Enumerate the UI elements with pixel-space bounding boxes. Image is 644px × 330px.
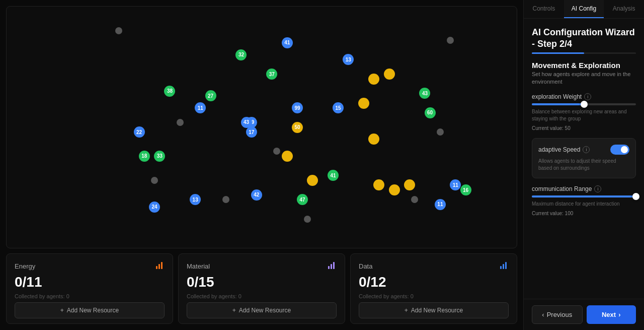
agent-dot — [273, 148, 280, 155]
tabs-bar: Controls AI Config Analysis — [524, 0, 644, 19]
plus-icon: + — [60, 307, 64, 314]
resource-card-header: Material — [187, 261, 337, 271]
agent-dot: 15 — [333, 102, 344, 113]
agent-dot: 16 — [460, 184, 471, 195]
svg-rect-1 — [158, 264, 160, 269]
section-desc: Set how agents explore and move in the e… — [532, 71, 636, 86]
communication-range-slider-track — [532, 195, 636, 197]
adaptive-speed-label: adaptive Speed i — [538, 146, 590, 153]
agent-dot: 43 — [241, 117, 252, 128]
resource-title: Material — [187, 262, 210, 270]
add-resource-button[interactable]: + Add New Resource — [15, 302, 165, 318]
next-button[interactable]: Next › — [587, 305, 636, 324]
svg-rect-3 — [328, 266, 330, 269]
agent-dot — [437, 128, 444, 136]
agent-dot — [115, 27, 122, 34]
wizard-title: AI Configuration Wizard - Step 2/4 — [532, 27, 636, 50]
communication-range-group: communication Range i Maximum distance f… — [532, 185, 636, 216]
agent-dot — [307, 175, 318, 186]
agent-dot — [384, 69, 395, 80]
agent-dot: 33 — [154, 151, 165, 162]
svg-rect-6 — [500, 266, 502, 269]
agent-dot — [358, 98, 369, 109]
agent-dot: 13 — [343, 54, 354, 65]
adaptive-speed-info-icon[interactable]: i — [583, 146, 590, 153]
exploration-weight-slider-track — [532, 103, 636, 105]
previous-button[interactable]: ‹ Previous — [532, 305, 583, 324]
data-icon — [500, 261, 509, 271]
adaptive-speed-toggle[interactable] — [610, 145, 629, 155]
agent-dot: 27 — [205, 90, 216, 101]
energy-icon — [155, 261, 165, 271]
adaptive-speed-header: adaptive Speed i — [538, 145, 629, 155]
agent-dot: 43 — [419, 88, 430, 99]
resource-title: Data — [359, 262, 372, 270]
exploration-weight-group: exploration Weight i Balance between exp… — [532, 93, 636, 131]
plus-icon: + — [405, 307, 408, 314]
exploration-weight-slider-fill — [532, 103, 584, 105]
add-resource-button[interactable]: + Add New Resource — [359, 302, 509, 318]
resource-title: Energy — [15, 262, 35, 270]
resource-subtitle: Collected by agents: 0 — [15, 293, 165, 299]
communication-range-slider-fill — [532, 195, 636, 197]
progress-fill — [532, 52, 584, 54]
exploration-weight-info-icon[interactable]: i — [584, 93, 591, 100]
agent-dot — [373, 179, 384, 190]
agent-dot: 17 — [246, 126, 257, 138]
exploration-weight-value: Current value: 50 — [532, 125, 636, 131]
plus-icon: + — [232, 307, 236, 314]
resource-card-header: Energy — [15, 261, 165, 271]
next-label: Next — [602, 311, 616, 318]
adaptive-speed-desc: Allows agents to adjust their speed base… — [538, 158, 629, 172]
communication-range-info-icon[interactable]: i — [594, 185, 601, 192]
resource-card-energy: Energy 0/11 Collected by agents: 0 + Add… — [6, 253, 173, 324]
agent-dot: 37 — [266, 69, 277, 80]
exploration-weight-slider-thumb[interactable] — [581, 101, 588, 108]
tab-controls[interactable]: Controls — [524, 0, 564, 18]
communication-range-slider-thumb[interactable] — [632, 193, 639, 200]
resource-count: 0/11 — [15, 274, 165, 290]
agent-dot: 60 — [425, 107, 436, 118]
resource-card-header: Data — [359, 261, 509, 271]
agent-dot: 42 — [251, 189, 262, 201]
right-panel: Controls AI Config Analysis AI Configura… — [523, 0, 644, 330]
previous-label: Previous — [547, 311, 573, 318]
add-resource-label: Add New Resource — [67, 307, 119, 314]
add-resource-label: Add New Resource — [411, 307, 463, 314]
tab-ai-config[interactable]: AI Config — [564, 0, 604, 18]
agent-dot: 22 — [134, 126, 145, 138]
exploration-weight-label: exploration Weight i — [532, 93, 636, 100]
agent-dot — [447, 37, 454, 44]
resource-count: 0/15 — [187, 274, 337, 290]
resource-count: 0/12 — [359, 274, 509, 290]
tab-analysis[interactable]: Analysis — [604, 0, 644, 18]
svg-rect-7 — [503, 264, 504, 269]
agent-dot: 24 — [149, 202, 160, 213]
agent-dot — [282, 151, 293, 162]
agent-dot — [404, 179, 415, 190]
agent-dot — [222, 196, 229, 203]
wizard-content: AI Configuration Wizard - Step 2/4 Movem… — [524, 19, 644, 299]
svg-rect-5 — [333, 262, 335, 269]
agent-dot — [389, 184, 400, 195]
agent-dot: 41 — [328, 170, 339, 181]
agent-dot: 41 — [282, 37, 293, 48]
communication-range-label: communication Range i — [532, 185, 636, 192]
wizard-footer: ‹ Previous Next › — [524, 299, 644, 330]
agent-dot: 32 — [235, 49, 247, 60]
agent-dot: 47 — [297, 194, 308, 205]
agent-dot: 50 — [292, 122, 303, 133]
communication-range-hint: Maximum distance for agent interaction — [532, 201, 636, 208]
chevron-left-icon: ‹ — [542, 311, 544, 318]
material-icon — [328, 261, 337, 271]
svg-rect-4 — [331, 264, 332, 269]
left-panel: 4132373827134399155060229917431118241342… — [0, 0, 523, 330]
resource-cards: Energy 0/11 Collected by agents: 0 + Add… — [6, 253, 517, 324]
add-resource-button[interactable]: + Add New Resource — [187, 302, 337, 318]
svg-rect-2 — [161, 262, 163, 269]
agent-dot — [411, 196, 418, 203]
resource-card-data: Data 0/12 Collected by agents: 0 + Add N… — [350, 253, 517, 324]
agent-dot — [151, 177, 158, 184]
simulation-area: 4132373827134399155060229917431118241342… — [6, 6, 517, 248]
svg-rect-0 — [156, 266, 157, 269]
